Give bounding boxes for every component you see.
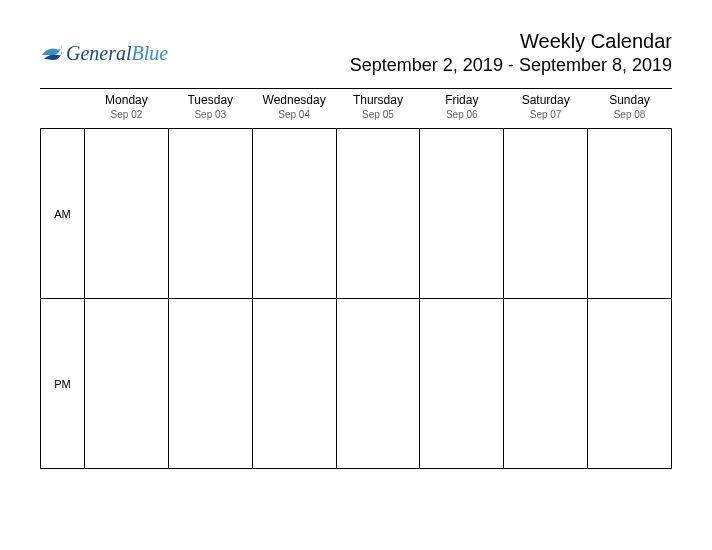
period-label-pm: PM (41, 299, 85, 469)
weekly-calendar-table: Monday Sep 02 Tuesday Sep 03 Wednesday S… (40, 89, 672, 469)
calendar-cell (504, 299, 588, 469)
calendar-cell (168, 129, 252, 299)
day-name: Wednesday (252, 93, 336, 107)
calendar-cell (588, 299, 672, 469)
day-header-row: Monday Sep 02 Tuesday Sep 03 Wednesday S… (41, 89, 672, 129)
day-date: Sep 02 (85, 109, 169, 120)
calendar-cell (420, 299, 504, 469)
day-name: Sunday (588, 93, 672, 107)
day-date: Sep 03 (168, 109, 252, 120)
day-date: Sep 04 (252, 109, 336, 120)
day-header: Tuesday Sep 03 (168, 89, 252, 129)
day-name: Thursday (336, 93, 420, 107)
day-header: Monday Sep 02 (85, 89, 169, 129)
calendar-cell (85, 299, 169, 469)
day-date: Sep 06 (420, 109, 504, 120)
date-range: September 2, 2019 - September 8, 2019 (350, 55, 672, 76)
logo-text-general: General (66, 42, 132, 64)
day-header: Thursday Sep 05 (336, 89, 420, 129)
title-block: Weekly Calendar September 2, 2019 - Sept… (350, 30, 672, 76)
period-header-blank (41, 89, 85, 129)
header: GeneralBlue Weekly Calendar September 2,… (40, 30, 672, 76)
day-header: Friday Sep 06 (420, 89, 504, 129)
day-date: Sep 05 (336, 109, 420, 120)
calendar-cell (420, 129, 504, 299)
logo-text: GeneralBlue (66, 42, 168, 65)
day-name: Saturday (504, 93, 588, 107)
day-name: Friday (420, 93, 504, 107)
calendar-cell (252, 299, 336, 469)
calendar-cell (85, 129, 169, 299)
day-date: Sep 07 (504, 109, 588, 120)
logo-text-blue: Blue (132, 42, 169, 64)
swoosh-icon (40, 41, 64, 65)
day-header: Saturday Sep 07 (504, 89, 588, 129)
calendar-cell (252, 129, 336, 299)
calendar-cell (168, 299, 252, 469)
calendar-cell (588, 129, 672, 299)
pm-row: PM (41, 299, 672, 469)
day-date: Sep 08 (588, 109, 672, 120)
am-row: AM (41, 129, 672, 299)
day-header: Wednesday Sep 04 (252, 89, 336, 129)
calendar-cell (336, 129, 420, 299)
calendar-cell (504, 129, 588, 299)
day-name: Tuesday (168, 93, 252, 107)
page-title: Weekly Calendar (350, 30, 672, 53)
day-name: Monday (85, 93, 169, 107)
period-label-am: AM (41, 129, 85, 299)
day-header: Sunday Sep 08 (588, 89, 672, 129)
brand-logo: GeneralBlue (40, 41, 168, 65)
calendar-cell (336, 299, 420, 469)
